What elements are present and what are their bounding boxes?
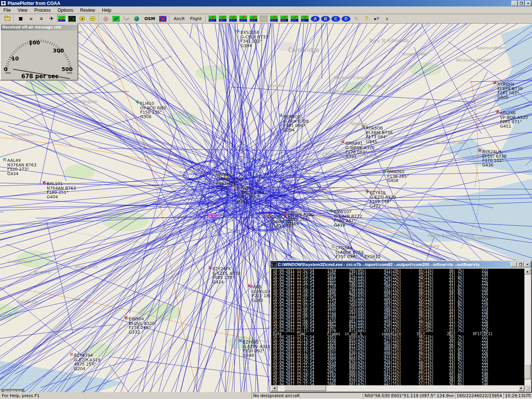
gauge-title[interactable]: Received off-air message rate — [1, 24, 78, 30]
menu-process[interactable]: Process — [31, 7, 54, 14]
toolbar-separator — [169, 15, 170, 22]
city-label: Clare — [353, 75, 364, 80]
title-bar[interactable]: ✈ PlanePlotter from COAA _ ❐ × — [0, 0, 532, 6]
chart-preset-8-button[interactable]: 8 — [280, 15, 289, 23]
cmd-window[interactable]: C:\ C:\WINDOWS\system32\cmd.exe - crc-v7… — [270, 260, 532, 393]
gauge-scale-100: 100 — [29, 40, 40, 46]
scroll-track[interactable] — [524, 274, 530, 385]
gauge-value: 678 per sec — [1, 73, 79, 80]
message-list-button[interactable]: ≡ — [36, 15, 46, 23]
resize-grip[interactable] — [524, 385, 530, 391]
zoom-in-button[interactable]: + — [78, 15, 87, 23]
menu-options[interactable]: Options — [54, 7, 77, 14]
city-label: Royston — [267, 83, 283, 88]
city-label: Whitchurch — [74, 264, 98, 269]
aircraft-icon[interactable]: ✈ — [231, 184, 237, 190]
open-file-button[interactable] — [3, 15, 12, 23]
gauge-dial — [1, 30, 78, 80]
hscroll-thumb[interactable] — [284, 385, 326, 391]
status-cursor-position: N50°56.030 E001°51.119 (097.5° 124.9nm) — [363, 393, 454, 399]
marker-a-button[interactable]: A — [310, 15, 320, 23]
toolbar-separator — [14, 15, 14, 22]
info-setup-button[interactable] — [122, 15, 131, 23]
marker-b-button[interactable]: B — [321, 15, 330, 23]
aircraft-label: BMA891G-MEDK A320F178 083°G391 — [345, 141, 375, 159]
cmd-close-button[interactable]: × — [524, 262, 530, 267]
city-label: Clacton-on-Sea — [433, 140, 465, 145]
status-designated-aircraft: No designated aircraft — [252, 393, 362, 399]
toolbar-separator — [99, 15, 100, 22]
cmd-vertical-scrollbar[interactable]: ▲ ▼ — [524, 269, 530, 391]
aircraft-label: EZY24FKG-EZDL A319F085 178°G414 — [212, 267, 241, 284]
aircraft-label: EZY655G-EZFV A319F110 092°G248 — [243, 340, 271, 358]
city-label: Broadstairs — [471, 236, 495, 241]
marker-d-button[interactable]: D — [341, 15, 351, 23]
cmd-output: 16.04.2011 11:52:54 1764 795(45%) 411(23… — [271, 269, 524, 391]
chart-preset-9-button[interactable]: 9 — [290, 15, 299, 23]
annotate-pencil-button[interactable]: ✎ — [352, 15, 361, 23]
chart-preset-7-button[interactable]: 7 — [269, 15, 279, 23]
cmd-title-bar[interactable]: C:\ C:\WINDOWS\system32\cmd.exe - crc-v7… — [271, 261, 531, 268]
city-label: Deddington — [73, 99, 97, 104]
zoom-out-button[interactable]: − — [88, 15, 97, 23]
no-transfer-button[interactable] — [158, 15, 168, 23]
chart-preset-2-button[interactable]: 2 — [218, 15, 228, 23]
aircraft-label: RYR24LHEI-DYI B738F370 102°G436 — [482, 150, 507, 167]
window-title: PlanePlotter from COAA — [8, 1, 60, 6]
aircraft-label: EZY6394G-EZIY A3194975 257°G204 — [74, 353, 100, 371]
help-button[interactable]: ? — [362, 15, 371, 23]
flight-list-button[interactable]: Flight — [188, 15, 204, 23]
chart-preset-5-button[interactable]: 5 — [249, 15, 258, 23]
aircraft-icon[interactable]: ✈ — [211, 171, 216, 176]
chart-preset-6-button[interactable] — [259, 15, 269, 23]
chart-preset-4-button[interactable]: 4 — [239, 15, 248, 23]
city-label: Birchington — [450, 233, 474, 238]
signal-view-button[interactable]: ≈ — [26, 15, 36, 23]
cc-by-sa-badge[interactable]: (cc) BY-SA — [2, 389, 24, 392]
scroll-thumb[interactable] — [524, 364, 530, 379]
chart-preset-3-button[interactable]: 3 — [228, 15, 238, 23]
app-icon: ✈ — [1, 1, 6, 6]
menu-file[interactable]: File — [0, 7, 14, 14]
aircraft-label: BMA060F138 265°G408 — [387, 170, 409, 183]
close-button[interactable]: × — [525, 1, 531, 6]
network-globe-button[interactable] — [132, 15, 141, 23]
aircraft-label: BAW282G-BNLS B744F061 121°G263 — [237, 186, 264, 204]
locate-button[interactable]: ◎ — [101, 15, 111, 23]
menu-view[interactable]: View — [14, 7, 31, 14]
maximize-button[interactable]: ❐ — [518, 1, 524, 6]
scroll-right-button[interactable]: ► — [518, 385, 524, 391]
city-label: Sudbury — [368, 84, 385, 89]
city-label: Stowmarket — [402, 52, 427, 57]
chart-view-button[interactable] — [57, 15, 66, 23]
aircft-list-button[interactable]: Aircft — [171, 15, 187, 23]
osm-map-button[interactable]: OSM — [142, 15, 157, 23]
aircraft-label: HB-JVE F1003125 262°G164 — [288, 213, 314, 226]
hscroll-track[interactable] — [277, 385, 518, 391]
toolbar-separator — [206, 15, 206, 22]
radar-view-button[interactable] — [67, 15, 77, 23]
marker-c-button[interactable]: C — [331, 15, 340, 23]
menu-help[interactable]: Help — [98, 7, 115, 14]
chart-preset-10-button[interactable]: 10 — [300, 15, 310, 23]
context-help-button[interactable]: ▸? — [372, 15, 382, 23]
city-label: Haverhill — [334, 75, 352, 80]
scroll-left-button[interactable]: ◄ — [271, 385, 277, 391]
cmd-minimize-button[interactable]: _ — [511, 262, 517, 267]
aircraft-icon[interactable]: ✈ — [135, 100, 140, 105]
more-tools-button[interactable]: › — [382, 15, 392, 23]
aircraft-view-button[interactable]: ✈ — [47, 15, 56, 23]
aircraft-label: EZY81JJG-EZTJ A320F102 148°G422 — [370, 191, 396, 208]
menu-review[interactable]: Review — [77, 7, 98, 14]
message-rate-gauge: Received off-air message rate 0 10 100 3… — [0, 24, 78, 81]
options-wrench-button[interactable] — [111, 15, 121, 23]
aircraft-icon[interactable]: ✈ — [364, 189, 370, 195]
city-label: Wickham Market — [456, 58, 491, 63]
stop-button[interactable] — [16, 15, 25, 23]
scroll-up-button[interactable]: ▲ — [524, 269, 530, 274]
chart-preset-1-button[interactable]: 1 — [208, 15, 217, 23]
aircraft-label: FLI410OY-RCD RJ85F150 135°G308 — [140, 101, 166, 119]
minimize-button[interactable]: _ — [511, 1, 518, 6]
cmd-horizontal-scrollbar[interactable]: ◄ ► — [271, 385, 524, 391]
cmd-maximize-button[interactable]: ❐ — [518, 262, 524, 267]
